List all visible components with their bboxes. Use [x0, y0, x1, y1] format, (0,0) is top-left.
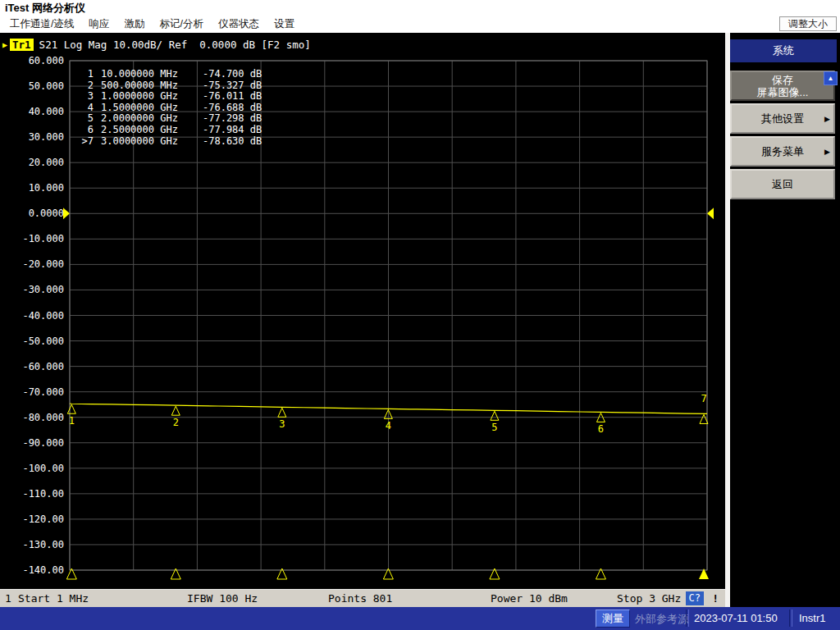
- y-axis-tick-label: -20.000: [0, 258, 64, 270]
- instrument-indicator: Instr1: [799, 612, 826, 624]
- y-axis-tick-label: -130.00: [0, 539, 64, 550]
- softkey-label: 其他设置: [761, 112, 804, 125]
- svg-text:4: 4: [386, 420, 391, 431]
- stop-frequency: Stop 3 GHz: [617, 592, 681, 605]
- softkey-back[interactable]: 返回: [730, 169, 835, 199]
- svg-text:7: 7: [701, 393, 706, 404]
- status-bar: 1 Start 1 MHz IFBW 100 Hz Points 801 Pow…: [0, 589, 725, 608]
- y-axis-tick-label: -90.000: [0, 437, 64, 449]
- svg-text:6: 6: [598, 423, 604, 435]
- menu-item-response[interactable]: 响应: [81, 16, 116, 33]
- menu-item-marker-analysis[interactable]: 标记/分析: [152, 16, 210, 33]
- svg-text:5: 5: [491, 422, 497, 433]
- y-axis-tick-label: -110.00: [0, 488, 64, 500]
- trace-format-readout: S21 Log Mag 10.00dB/ Ref 0.0000 dB [F2 s…: [39, 39, 311, 51]
- measure-mode-badge[interactable]: 测量: [596, 609, 630, 628]
- svg-text:1: 1: [69, 415, 75, 427]
- y-axis-tick-label: 40.000: [0, 106, 64, 117]
- y-axis-tick-label: 0.0000: [0, 208, 64, 219]
- marker-table: 110.000000 MHz-74.700 dB2500.00000 MHz-7…: [79, 69, 262, 147]
- y-axis-tick-label: -140.00: [0, 564, 64, 576]
- marker-table-row: 31.0000000 GHz-76.011 dB: [79, 91, 262, 103]
- menu-item-instrument-state[interactable]: 仪器状态: [211, 16, 267, 33]
- trace-label[interactable]: Tr1: [10, 39, 34, 51]
- alert-indicator: !: [712, 592, 719, 605]
- marker-table-row: 52.0000000 GHz-77.298 dB: [79, 113, 262, 125]
- y-axis-tick-label: -10.000: [0, 233, 64, 244]
- menu-items: 工作通道/迹线响应激励标记/分析仪器状态设置: [0, 16, 302, 33]
- svg-text:3: 3: [279, 418, 285, 430]
- submenu-arrow-icon: ▶: [824, 145, 830, 158]
- softkey-other-settings[interactable]: 其他设置 ▶: [730, 103, 835, 134]
- softkey-save-screen-image[interactable]: 保存 屏幕图像...: [730, 71, 835, 101]
- window-title: iTest 网络分析仪: [5, 1, 85, 16]
- softkey-service-menu[interactable]: 服务菜单 ▶: [730, 136, 835, 167]
- marker-table-row: 110.000000 MHz-74.700 dB: [79, 69, 262, 80]
- y-axis-tick-label: -60.000: [0, 361, 64, 372]
- y-axis-tick-label: -120.00: [0, 514, 64, 525]
- analyzer-screen: iTest 网络分析仪 工作通道/迹线响应激励标记/分析仪器状态设置 调整大小 …: [0, 0, 840, 630]
- svg-text:2: 2: [173, 417, 179, 428]
- marker-table-row: >73.0000000 GHz-78.630 dB: [79, 136, 262, 148]
- marker-table-row: 2500.00000 MHz-75.327 dB: [79, 80, 262, 92]
- softkey-label: 保存: [772, 74, 793, 86]
- resize-button[interactable]: 调整大小: [779, 16, 837, 31]
- menu-bar: 工作通道/迹线响应激励标记/分析仪器状态设置 调整大小: [0, 15, 840, 33]
- y-axis-tick-label: -80.000: [0, 412, 64, 423]
- taskbar-separator: [686, 609, 689, 627]
- ifbw-readout: IFBW 100 Hz: [187, 592, 258, 605]
- y-axis-tick-label: -100.00: [0, 463, 64, 474]
- channel-number: 1: [5, 592, 11, 605]
- taskbar: 测量 外部参考源 2023-07-11 01:50 Instr1: [0, 607, 840, 630]
- submenu-arrow-icon: ▶: [824, 112, 830, 125]
- power-readout: Power 10 dBm: [491, 592, 568, 605]
- title-bar: iTest 网络分析仪: [0, 0, 840, 15]
- trace-header: ▶ Tr1 S21 Log Mag 10.00dB/ Ref 0.0000 dB…: [2, 39, 311, 51]
- softkey-label: 服务菜单: [761, 145, 804, 158]
- clock: 2023-07-11 01:50: [694, 612, 778, 624]
- correction-status-badge: C?: [686, 591, 704, 605]
- softkey-label: 返回: [772, 178, 793, 190]
- y-axis-tick-label: 50.000: [0, 80, 64, 92]
- marker-table-row: 62.5000000 GHz-77.984 dB: [79, 125, 262, 136]
- y-axis-tick-label: -40.000: [0, 310, 64, 322]
- instrument-display: ▶ Tr1 S21 Log Mag 10.00dB/ Ref 0.0000 dB…: [0, 33, 725, 607]
- y-axis-tick-label: -70.000: [0, 386, 64, 398]
- taskbar-separator: [789, 609, 792, 627]
- menu-item-settings[interactable]: 设置: [267, 16, 302, 33]
- menu-item-stimulus[interactable]: 激励: [116, 16, 152, 33]
- marker-table-row: 41.5000000 GHz-76.688 dB: [79, 103, 262, 114]
- y-axis-tick-label: -50.000: [0, 336, 64, 347]
- external-reference-indicator: 外部参考源: [635, 612, 688, 627]
- start-frequency: Start 1 MHz: [18, 592, 89, 605]
- y-axis-tick-label: 60.000: [0, 55, 64, 66]
- y-axis-tick-label: 20.000: [0, 157, 64, 168]
- points-readout: Points 801: [328, 592, 392, 605]
- y-axis-labels: 60.00050.00040.00030.00020.00010.0000.00…: [0, 33, 66, 589]
- softkey-scroll-button[interactable]: ▲: [824, 71, 838, 85]
- y-axis-tick-label: 10.000: [0, 182, 64, 194]
- active-trace-arrow-icon: ▶: [2, 40, 7, 49]
- y-axis-tick-label: -30.000: [0, 284, 64, 295]
- softkey-menu: 系统 ▲ 保存 屏幕图像... 其他设置 ▶ 服务菜单 ▶ 返回: [730, 33, 840, 607]
- scroll-arrow-icon: ▲: [828, 75, 834, 82]
- softkey-label: 屏幕图像...: [757, 86, 809, 98]
- softkey-menu-title: 系统: [730, 39, 837, 62]
- y-axis-tick-label: 30.000: [0, 131, 64, 143]
- menu-item-channel-trace[interactable]: 工作通道/迹线: [2, 16, 81, 33]
